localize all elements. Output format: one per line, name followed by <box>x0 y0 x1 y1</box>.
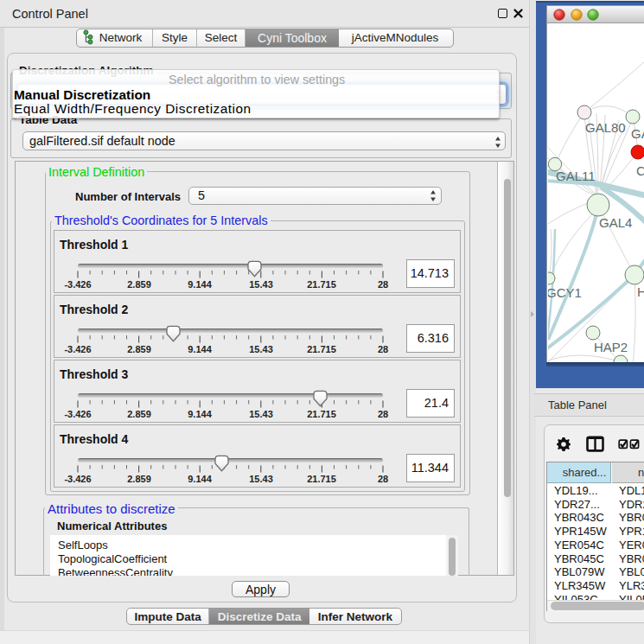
svg-text:GAL4: GAL4 <box>599 215 632 230</box>
svg-text:C: C <box>636 163 644 178</box>
svg-text:GCY1: GCY1 <box>548 285 582 300</box>
svg-text:HAP2: HAP2 <box>594 340 628 354</box>
svg-text:H: H <box>637 284 644 299</box>
svg-text:GA: GA <box>631 126 644 141</box>
svg-text:GAL11: GAL11 <box>556 169 596 183</box>
svg-text:GAL80: GAL80 <box>585 120 626 135</box>
